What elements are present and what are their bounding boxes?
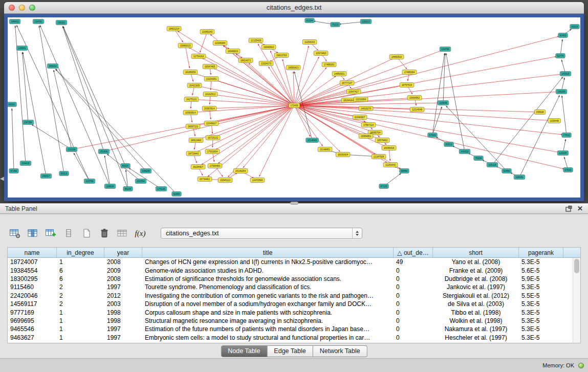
graph-node[interactable]: 20997814 bbox=[202, 106, 216, 111]
graph-node[interactable]: 187354 bbox=[23, 120, 34, 125]
graph-node[interactable]: 190213 bbox=[360, 19, 372, 24]
show-columns-button[interactable] bbox=[26, 227, 39, 239]
table-row[interactable]: 2242004622012Investigating the contribut… bbox=[8, 292, 573, 300]
graph-node[interactable]: 18164161 bbox=[341, 98, 356, 103]
tab-edge-table[interactable]: Edge Table bbox=[267, 345, 313, 357]
table-row[interactable]: 1830029562008Estimation of significance … bbox=[8, 275, 573, 283]
graph-node[interactable]: 10993814 bbox=[183, 111, 198, 115]
graph-node[interactable]: 14850932 bbox=[389, 55, 404, 59]
graph-node[interactable]: 12472566 bbox=[250, 178, 265, 183]
graph-node[interactable]: 128191 bbox=[514, 175, 525, 180]
graph-node[interactable]: 87123 bbox=[379, 184, 389, 189]
citation-network-graph[interactable]: 1724091860121422065240199600151275416318… bbox=[8, 17, 580, 198]
column-header[interactable]: title bbox=[142, 248, 394, 257]
graph-node[interactable]: 16234407 bbox=[191, 165, 205, 169]
graph-node[interactable]: 204419 bbox=[20, 161, 31, 166]
graph-node[interactable]: 17567114 bbox=[361, 123, 376, 127]
graph-node[interactable]: 15734461 bbox=[198, 177, 212, 182]
graph-node[interactable]: 18777147 bbox=[340, 81, 354, 85]
column-header[interactable]: △ out_de… bbox=[394, 248, 433, 257]
graph-node[interactable]: 172409 bbox=[289, 103, 300, 108]
graph-node[interactable]: 141515 bbox=[560, 72, 571, 76]
column-header[interactable]: pagerank bbox=[519, 248, 563, 257]
graph-node[interactable]: 92774 bbox=[556, 54, 565, 58]
graph-node[interactable]: 12754163 bbox=[191, 54, 206, 59]
graph-node[interactable]: 11514649 bbox=[410, 107, 424, 112]
graph-node[interactable]: 14275122 bbox=[184, 97, 199, 102]
graph-node[interactable]: 10647427 bbox=[346, 90, 361, 94]
graph-node[interactable]: 18913460 bbox=[189, 138, 203, 143]
graph-node[interactable]: 19345113 bbox=[218, 178, 232, 183]
graph-node[interactable]: 186402 bbox=[9, 19, 20, 24]
graph-node[interactable]: 22065240 bbox=[200, 30, 214, 34]
graph-node[interactable]: 67919 bbox=[428, 133, 438, 138]
zoom-window-button[interactable] bbox=[29, 5, 35, 11]
graph-node[interactable]: 98450 bbox=[400, 169, 409, 173]
graph-node[interactable]: 17931604 bbox=[205, 149, 220, 154]
graph-node[interactable]: 164794 bbox=[440, 47, 451, 52]
graph-node[interactable]: 195301 bbox=[56, 20, 67, 25]
graph-node[interactable]: 19613793 bbox=[274, 53, 289, 58]
graph-node[interactable]: 92355 bbox=[172, 192, 182, 196]
table-row[interactable]: 1938455462009Genome-wide association stu… bbox=[8, 266, 573, 274]
graph-node[interactable]: 150317 bbox=[40, 174, 52, 179]
graph-node[interactable]: 11253442 bbox=[383, 163, 398, 167]
graph-node[interactable]: 165013 bbox=[47, 64, 58, 69]
graph-node[interactable]: 18185059 bbox=[183, 70, 198, 75]
scrollbar-thumb[interactable] bbox=[574, 259, 579, 273]
graph-node[interactable]: 18579462 bbox=[375, 138, 389, 143]
graph-node[interactable]: 17485084 bbox=[402, 70, 417, 75]
graph-node[interactable]: 92450 bbox=[502, 169, 512, 173]
graph-node[interactable]: 105118 bbox=[487, 163, 498, 167]
table-row[interactable]: 1872400712008Changes of HCN gene express… bbox=[8, 258, 573, 266]
graph-node[interactable]: 75223 bbox=[331, 23, 340, 27]
graph-node[interactable]: 14616270 bbox=[359, 106, 373, 111]
network-canvas[interactable]: 1724091860121422065240199600151275416318… bbox=[8, 17, 580, 198]
graph-node[interactable]: 13204170 bbox=[259, 61, 273, 66]
graph-node[interactable]: 19960015 bbox=[178, 43, 192, 48]
graph-node[interactable]: 1159448 bbox=[548, 119, 561, 123]
graph-node[interactable]: 20421935 bbox=[187, 83, 202, 88]
collapse-arrow-icon[interactable]: ◀ bbox=[0, 176, 4, 181]
graph-node[interactable]: 18091604 bbox=[336, 152, 350, 157]
graph-node[interactable]: 55023 bbox=[570, 25, 580, 29]
delete-trash-button[interactable] bbox=[98, 227, 111, 239]
graph-node[interactable]: 153106 bbox=[66, 147, 77, 152]
graph-node[interactable]: 83013 bbox=[444, 142, 454, 147]
function-builder-button[interactable]: f(x) bbox=[134, 227, 147, 239]
float-panel-icon[interactable] bbox=[565, 206, 572, 212]
graph-node[interactable]: 85107 bbox=[121, 164, 130, 168]
graph-node[interactable]: 19583423 bbox=[286, 65, 300, 70]
graph-node[interactable]: 16949910 bbox=[226, 49, 240, 54]
graph-node[interactable]: 15146254 bbox=[233, 169, 248, 173]
graph-node[interactable]: 14850931 bbox=[332, 72, 346, 76]
table-row[interactable]: 977716911998Corpus callosum shape and si… bbox=[8, 308, 573, 316]
graph-node[interactable]: 12206084 bbox=[213, 41, 227, 46]
graph-node[interactable]: 251606 bbox=[98, 149, 110, 154]
graph-node[interactable]: 13210060 bbox=[354, 97, 368, 102]
graph-node[interactable]: 22049007 bbox=[204, 121, 219, 126]
graph-node[interactable]: 155938 bbox=[534, 110, 546, 115]
table-row[interactable]: 911546021997Tourette syndrome. Phenomeno… bbox=[8, 283, 573, 291]
graph-node[interactable]: 15148451 bbox=[318, 147, 332, 152]
graph-node[interactable]: 96234 bbox=[123, 187, 133, 191]
graph-node[interactable]: 234781 bbox=[33, 19, 44, 24]
graph-node[interactable]: 16046416 bbox=[382, 146, 396, 150]
panel-drag-handle[interactable] bbox=[290, 202, 298, 205]
column-header[interactable]: year bbox=[104, 248, 142, 257]
graph-node[interactable]: 16640910 bbox=[262, 45, 276, 50]
new-file-button[interactable] bbox=[80, 227, 93, 239]
graph-node[interactable]: 106283 bbox=[556, 90, 567, 94]
graph-node[interactable]: 22040907 bbox=[353, 115, 367, 120]
graph-node[interactable]: 11254163 bbox=[302, 40, 317, 45]
table-row[interactable]: 1456911722003Disruption of a novel membe… bbox=[8, 300, 573, 308]
graph-node[interactable]: 115948 bbox=[438, 101, 449, 105]
graph-node[interactable]: 15954951 bbox=[359, 134, 373, 139]
graph-node[interactable]: 103756 bbox=[84, 179, 95, 184]
graph-node[interactable]: 10973493 bbox=[314, 51, 328, 56]
graph-node[interactable]: 17485083 bbox=[322, 62, 336, 67]
column-header[interactable]: name bbox=[8, 248, 57, 257]
graph-node[interactable]: 18601214 bbox=[167, 27, 181, 31]
close-panel-icon[interactable]: ✕ bbox=[577, 205, 583, 212]
table-vertical-scrollbar[interactable] bbox=[573, 258, 580, 343]
